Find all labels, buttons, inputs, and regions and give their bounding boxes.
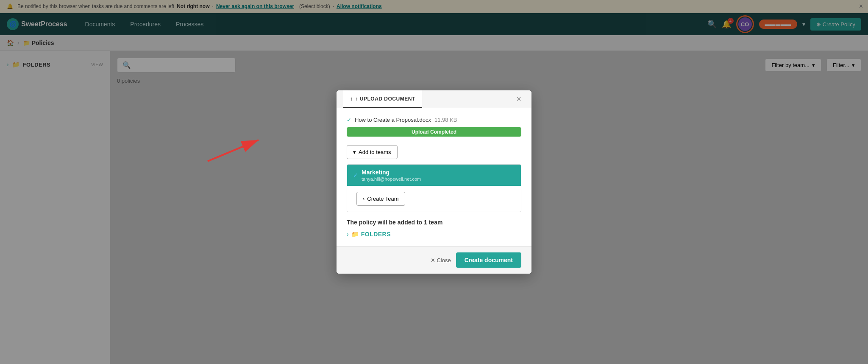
team-item-marketing[interactable]: ✓ Marketing tanya.hill@hopewell.net.com [347, 165, 521, 186]
modal-close-icon[interactable]: × [513, 91, 525, 107]
create-team-container: › Create Team [347, 186, 521, 212]
upload-icon: ↑ [350, 95, 353, 102]
add-to-teams-button[interactable]: ▾ Add to teams [347, 145, 398, 159]
modal-tab-bar: ↑ ↑ UPLOAD DOCUMENT × [337, 90, 531, 108]
folders-chevron-icon: › [347, 231, 349, 238]
team-email: tanya.hill@hopewell.net.com [362, 176, 421, 182]
progress-bar-fill: Upload Completed [347, 127, 521, 137]
upload-document-modal: ↑ ↑ UPLOAD DOCUMENT × ✓ How to Create a … [337, 90, 531, 274]
create-team-button[interactable]: › Create Team [356, 192, 405, 206]
modal-footer: ✕ Close Create document [337, 246, 531, 274]
file-info: ✓ How to Create a Proposal.docx 11.98 KB [347, 117, 521, 123]
team-name: Marketing [362, 169, 421, 176]
file-size: 11.98 KB [434, 117, 457, 123]
modal-backdrop: ↑ ↑ UPLOAD DOCUMENT × ✓ How to Create a … [0, 0, 868, 364]
check-icon: ✓ [347, 117, 351, 123]
create-document-button[interactable]: Create document [456, 252, 521, 268]
team-dropdown: ✓ Marketing tanya.hill@hopewell.net.com … [347, 164, 521, 212]
folders-folder-icon: 📁 [351, 231, 359, 238]
add-to-teams-chevron: ▾ [353, 149, 356, 155]
team-info: Marketing tanya.hill@hopewell.net.com [362, 169, 421, 182]
create-team-label: Create Team [367, 196, 398, 202]
modal-body: ✓ How to Create a Proposal.docx 11.98 KB… [337, 108, 531, 246]
create-team-chevron-icon: › [363, 196, 364, 202]
folders-link[interactable]: › 📁 FOLDERS [347, 231, 521, 238]
progress-bar-container: Upload Completed [347, 127, 521, 137]
file-name: How to Create a Proposal.docx [355, 117, 431, 123]
svg-line-1 [208, 140, 259, 161]
upload-document-tab[interactable]: ↑ ↑ UPLOAD DOCUMENT [343, 90, 422, 108]
close-button[interactable]: ✕ Close [431, 257, 451, 263]
folders-label: FOLDERS [361, 231, 391, 238]
policy-added-text: The policy will be added to 1 team [347, 219, 521, 226]
team-check-icon: ✓ [353, 171, 358, 179]
